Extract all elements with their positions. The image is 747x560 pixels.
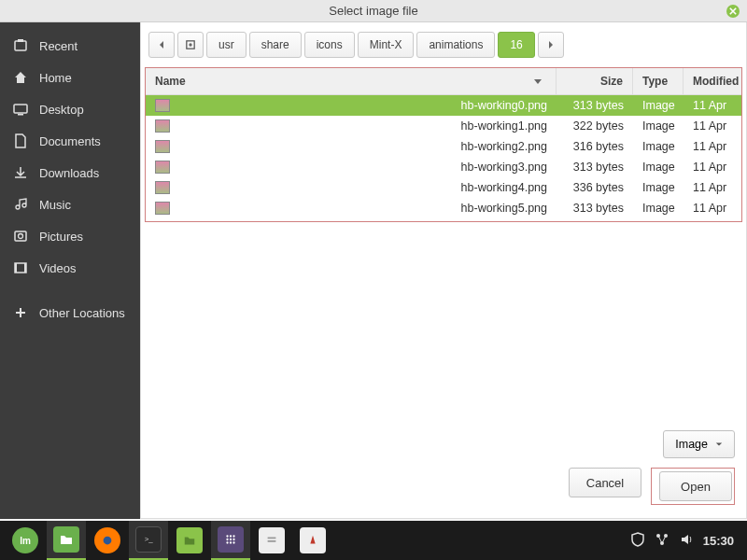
file-size: 316 bytes <box>557 136 633 157</box>
breadcrumb-back[interactable] <box>148 32 175 58</box>
sidebar-item-downloads[interactable]: Downloads <box>0 157 140 189</box>
file-thumbnail-icon <box>155 119 170 133</box>
file-modified: 11 Apr <box>684 116 741 136</box>
svg-rect-1 <box>18 39 23 42</box>
file-size: 313 bytes <box>557 198 633 218</box>
tray-network-icon[interactable] <box>655 532 669 550</box>
svg-point-18 <box>230 539 232 540</box>
taskbar-app2[interactable] <box>293 521 332 560</box>
tray-volume-icon[interactable] <box>679 532 694 550</box>
tray-shield-icon[interactable] <box>630 532 645 550</box>
file-name: hb-working1.png <box>461 119 547 133</box>
mint-menu-button[interactable]: lm <box>6 521 45 560</box>
breadcrumb-segment-current[interactable]: 16 <box>498 32 534 58</box>
file-row[interactable]: hb-working5.png313 bytesImage11 Apr <box>146 198 741 218</box>
svg-point-15 <box>230 535 232 537</box>
sidebar-item-label: Documents <box>39 134 101 148</box>
file-size: 322 bytes <box>557 116 633 136</box>
breadcrumb-forward[interactable] <box>538 32 564 58</box>
file-type-filter[interactable]: Image <box>663 430 735 458</box>
breadcrumb-segment[interactable]: Mint-X <box>358 32 415 58</box>
svg-point-10 <box>189 43 191 46</box>
file-name: hb-working5.png <box>461 202 547 215</box>
file-modified: 11 Apr <box>684 177 741 198</box>
sidebar-item-videos[interactable]: Videos <box>0 252 140 284</box>
breadcrumb-segment[interactable]: share <box>249 32 302 58</box>
taskbar-firefox[interactable] <box>88 521 127 560</box>
breadcrumb-segment[interactable]: usr <box>206 32 247 58</box>
file-name: hb-working2.png <box>461 140 547 153</box>
sidebar-item-label: Desktop <box>39 103 84 117</box>
close-button[interactable] <box>726 5 740 18</box>
file-row[interactable]: hb-working1.png322 bytesImage11 Apr <box>146 116 741 136</box>
svg-rect-2 <box>14 105 27 113</box>
sidebar-item-desktop[interactable]: Desktop <box>0 93 140 125</box>
sidebar-item-label: Pictures <box>39 230 83 244</box>
column-header-size[interactable]: Size <box>557 68 633 94</box>
cancel-button[interactable]: Cancel <box>569 468 641 497</box>
svg-point-5 <box>19 234 23 239</box>
file-size: 313 bytes <box>557 95 633 116</box>
sidebar-item-pictures[interactable]: Pictures <box>0 220 140 252</box>
file-list-header: Name Size Type Modified <box>146 68 741 95</box>
breadcrumb-segment[interactable]: icons <box>304 32 355 58</box>
sidebar-item-label: Videos <box>39 261 77 275</box>
tray-clock[interactable]: 15:30 <box>703 534 734 548</box>
sidebar-item-home[interactable]: Home <box>0 62 140 93</box>
breadcrumb-root[interactable] <box>177 32 204 58</box>
svg-text:lm: lm <box>20 536 31 546</box>
taskbar-app-grid[interactable] <box>211 521 250 560</box>
file-row[interactable]: hb-working4.png336 bytesImage11 Apr <box>146 177 741 198</box>
file-modified: 11 Apr <box>684 136 741 157</box>
svg-point-12 <box>104 537 112 545</box>
open-button[interactable]: Open <box>659 471 732 501</box>
file-type: Image <box>633 116 684 136</box>
file-row[interactable]: hb-working0.png313 bytesImage11 Apr <box>146 95 741 116</box>
chevron-down-icon <box>715 441 723 448</box>
sidebar-item-recent[interactable]: Recent <box>0 30 140 62</box>
pictures-icon <box>13 229 28 244</box>
breadcrumb-segment[interactable]: animations <box>416 32 495 58</box>
file-row[interactable]: hb-working2.png316 bytesImage11 Apr <box>146 136 741 157</box>
file-size: 336 bytes <box>557 177 633 198</box>
svg-point-17 <box>226 539 228 540</box>
file-thumbnail-icon <box>155 181 170 194</box>
taskbar-app1[interactable] <box>252 521 291 560</box>
taskbar-terminal[interactable]: >_ <box>129 521 168 560</box>
file-thumbnail-icon <box>155 161 170 174</box>
file-modified: 11 Apr <box>684 95 741 116</box>
sidebar-item-label: Other Locations <box>39 306 125 320</box>
column-header-type[interactable]: Type <box>633 68 684 94</box>
places-sidebar: Recent Home Desktop Documents Downloads … <box>0 22 140 519</box>
file-thumbnail-icon <box>155 202 170 215</box>
sidebar-item-other-locations[interactable]: Other Locations <box>0 297 140 329</box>
svg-point-21 <box>230 541 232 543</box>
open-button-highlight: Open <box>651 468 735 505</box>
music-icon <box>13 197 28 212</box>
svg-rect-24 <box>268 540 276 542</box>
sidebar-item-label: Home <box>39 71 72 85</box>
taskbar-files[interactable] <box>47 521 86 560</box>
file-type: Image <box>633 136 684 157</box>
documents-icon <box>13 133 28 148</box>
svg-rect-8 <box>24 263 26 273</box>
downloads-icon <box>13 165 28 180</box>
sidebar-item-documents[interactable]: Documents <box>0 125 140 157</box>
column-header-name[interactable]: Name <box>146 68 557 94</box>
system-tray: 15:30 <box>630 532 741 550</box>
file-type: Image <box>633 198 684 218</box>
desktop-icon <box>13 102 28 117</box>
taskbar-filemanager[interactable] <box>170 521 209 560</box>
column-header-modified[interactable]: Modified <box>684 68 741 94</box>
svg-point-22 <box>233 541 234 543</box>
sidebar-item-music[interactable]: Music <box>0 189 140 220</box>
file-thumbnail-icon <box>155 140 170 153</box>
recent-icon <box>13 38 28 53</box>
sidebar-item-label: Recent <box>39 39 78 53</box>
file-type: Image <box>633 177 684 198</box>
file-row[interactable]: hb-working3.png313 bytesImage11 Apr <box>146 157 741 177</box>
svg-rect-3 <box>18 114 23 116</box>
file-list-area: Name Size Type Modified hb-working0.png3… <box>145 67 742 222</box>
file-name: hb-working3.png <box>461 161 547 174</box>
file-modified: 11 Apr <box>684 198 741 218</box>
